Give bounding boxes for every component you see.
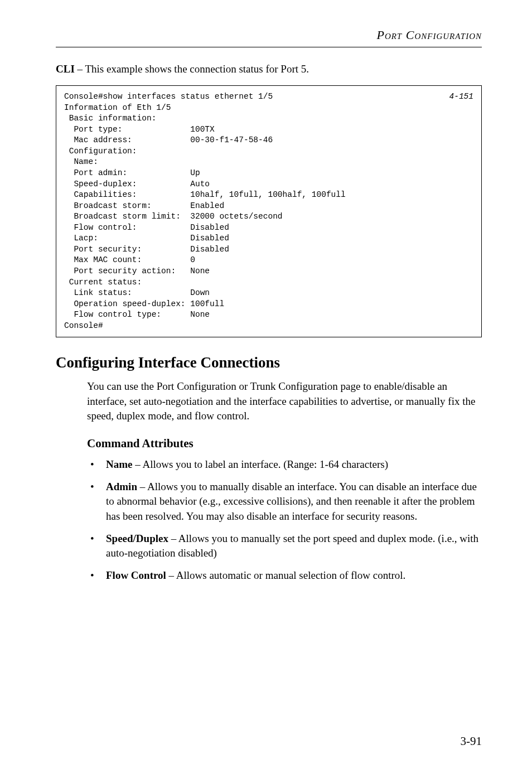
list-item: Flow Control – Allows automatic or manua… — [87, 568, 482, 583]
list-item: Admin – Allows you to manually disable a… — [87, 480, 482, 524]
list-item: Name – Allows you to label an interface.… — [87, 457, 482, 472]
attr-name: Flow Control — [106, 569, 166, 581]
attr-name: Admin — [106, 481, 137, 492]
attr-desc: – Allows you to manually disable an inte… — [106, 481, 477, 521]
attributes-list: Name – Allows you to label an interface.… — [87, 457, 482, 583]
subsection-heading: Command Attributes — [87, 437, 482, 451]
console-body: Information of Eth 1/5 Basic information… — [64, 103, 346, 330]
attr-name: Speed/Duplex — [106, 533, 168, 544]
page-number: 3-91 — [461, 734, 482, 748]
intro-prefix: CLI — [56, 63, 75, 75]
running-header: Port Configuration — [56, 28, 482, 42]
console-output: Console#show interfaces status ethernet … — [56, 85, 482, 337]
section-heading: Configuring Interface Connections — [56, 354, 482, 371]
attr-desc: – Allows you to label an interface. (Ran… — [132, 458, 388, 470]
attr-desc: – Allows automatic or manual selection o… — [166, 569, 406, 581]
section-body: You can use the Port Configuration or Tr… — [87, 379, 482, 423]
header-rule — [56, 47, 482, 47]
intro-text: – This example shows the connection stat… — [75, 63, 309, 75]
console-command: Console#show interfaces status ethernet … — [64, 91, 273, 103]
list-item: Speed/Duplex – Allows you to manually se… — [87, 531, 482, 560]
intro-paragraph: CLI – This example shows the connection … — [56, 63, 482, 75]
console-page-ref: 4-151 — [449, 91, 473, 103]
attr-name: Name — [106, 458, 132, 470]
